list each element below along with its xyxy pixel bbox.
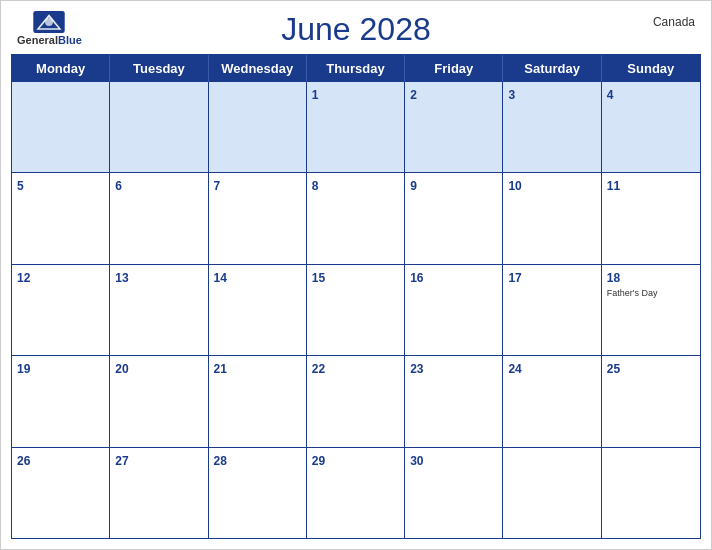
day-number: 13 bbox=[115, 271, 128, 285]
day-number: 20 bbox=[115, 362, 128, 376]
day-cell-jun17: 17 bbox=[503, 265, 601, 355]
day-cell-jun21: 21 bbox=[209, 356, 307, 446]
day-cell-empty-sat bbox=[503, 448, 601, 538]
day-cell-jun9: 9 bbox=[405, 173, 503, 263]
week-row-5: 26 27 28 29 30 bbox=[12, 447, 700, 538]
day-number: 18 bbox=[607, 271, 620, 285]
day-cell-jun7: 7 bbox=[209, 173, 307, 263]
day-cell-jun30: 30 bbox=[405, 448, 503, 538]
country-label: Canada bbox=[653, 15, 695, 29]
day-cell-jun8: 8 bbox=[307, 173, 405, 263]
day-number: 11 bbox=[607, 179, 620, 193]
header-saturday: Saturday bbox=[503, 55, 601, 82]
header-monday: Monday bbox=[12, 55, 110, 82]
day-cell-jun20: 20 bbox=[110, 356, 208, 446]
header-sunday: Sunday bbox=[602, 55, 700, 82]
day-cell-jun14: 14 bbox=[209, 265, 307, 355]
fathers-day-label: Father's Day bbox=[607, 288, 695, 299]
day-number: 2 bbox=[410, 88, 417, 102]
day-cell-jun28: 28 bbox=[209, 448, 307, 538]
calendar-weeks: 1 2 3 4 5 6 bbox=[12, 82, 700, 538]
header-friday: Friday bbox=[405, 55, 503, 82]
header-wednesday: Wednesday bbox=[209, 55, 307, 82]
header-thursday: Thursday bbox=[307, 55, 405, 82]
day-number: 30 bbox=[410, 454, 423, 468]
day-number: 27 bbox=[115, 454, 128, 468]
day-number: 28 bbox=[214, 454, 227, 468]
day-cell-jun2: 2 bbox=[405, 82, 503, 172]
day-cell-jun24: 24 bbox=[503, 356, 601, 446]
day-number: 7 bbox=[214, 179, 221, 193]
day-cell-jun18: 18 Father's Day bbox=[602, 265, 700, 355]
day-number: 9 bbox=[410, 179, 417, 193]
day-number: 19 bbox=[17, 362, 30, 376]
day-headers-row: Monday Tuesday Wednesday Thursday Friday… bbox=[12, 55, 700, 82]
header-tuesday: Tuesday bbox=[110, 55, 208, 82]
day-number: 4 bbox=[607, 88, 614, 102]
day-cell-jun6: 6 bbox=[110, 173, 208, 263]
day-number: 14 bbox=[214, 271, 227, 285]
day-number: 23 bbox=[410, 362, 423, 376]
day-cell-jun13: 13 bbox=[110, 265, 208, 355]
day-number: 5 bbox=[17, 179, 24, 193]
day-number: 29 bbox=[312, 454, 325, 468]
day-number: 12 bbox=[17, 271, 30, 285]
day-cell-jun27: 27 bbox=[110, 448, 208, 538]
logo-general-text: General bbox=[17, 35, 58, 46]
day-cell-jun23: 23 bbox=[405, 356, 503, 446]
day-cell-jun3: 3 bbox=[503, 82, 601, 172]
calendar-title: June 2028 bbox=[281, 11, 430, 48]
logo-blue-text: Blue bbox=[58, 35, 82, 46]
logo-svg bbox=[33, 11, 65, 33]
week-row-4: 19 20 21 22 23 24 25 bbox=[12, 355, 700, 446]
day-cell bbox=[110, 82, 208, 172]
day-cell-jun29: 29 bbox=[307, 448, 405, 538]
day-cell bbox=[12, 82, 110, 172]
day-number: 3 bbox=[508, 88, 515, 102]
day-number: 8 bbox=[312, 179, 319, 193]
day-number: 22 bbox=[312, 362, 325, 376]
day-number: 25 bbox=[607, 362, 620, 376]
calendar-page: General Blue June 2028 Canada Monday Tue… bbox=[0, 0, 712, 550]
day-cell bbox=[209, 82, 307, 172]
day-cell-jun1: 1 bbox=[307, 82, 405, 172]
day-cell-jun10: 10 bbox=[503, 173, 601, 263]
day-cell-jun16: 16 bbox=[405, 265, 503, 355]
day-number: 24 bbox=[508, 362, 521, 376]
day-cell-jun25: 25 bbox=[602, 356, 700, 446]
day-cell-jun15: 15 bbox=[307, 265, 405, 355]
day-number: 6 bbox=[115, 179, 122, 193]
day-number: 1 bbox=[312, 88, 319, 102]
day-number: 17 bbox=[508, 271, 521, 285]
day-cell-jun22: 22 bbox=[307, 356, 405, 446]
day-cell-jun4: 4 bbox=[602, 82, 700, 172]
day-number: 15 bbox=[312, 271, 325, 285]
svg-point-3 bbox=[45, 18, 53, 26]
day-number: 10 bbox=[508, 179, 521, 193]
week-row-1: 1 2 3 4 bbox=[12, 82, 700, 172]
logo: General Blue bbox=[17, 11, 82, 46]
week-row-2: 5 6 7 8 9 10 11 bbox=[12, 172, 700, 263]
day-number: 26 bbox=[17, 454, 30, 468]
calendar-grid: Monday Tuesday Wednesday Thursday Friday… bbox=[11, 54, 701, 539]
day-cell-jun19: 19 bbox=[12, 356, 110, 446]
day-cell-jun11: 11 bbox=[602, 173, 700, 263]
day-cell-jun26: 26 bbox=[12, 448, 110, 538]
day-number: 21 bbox=[214, 362, 227, 376]
day-cell-empty-sun bbox=[602, 448, 700, 538]
day-cell-jun12: 12 bbox=[12, 265, 110, 355]
calendar-header: General Blue June 2028 Canada bbox=[1, 1, 711, 54]
day-number: 16 bbox=[410, 271, 423, 285]
week-row-3: 12 13 14 15 16 17 18 F bbox=[12, 264, 700, 355]
day-cell-jun5: 5 bbox=[12, 173, 110, 263]
